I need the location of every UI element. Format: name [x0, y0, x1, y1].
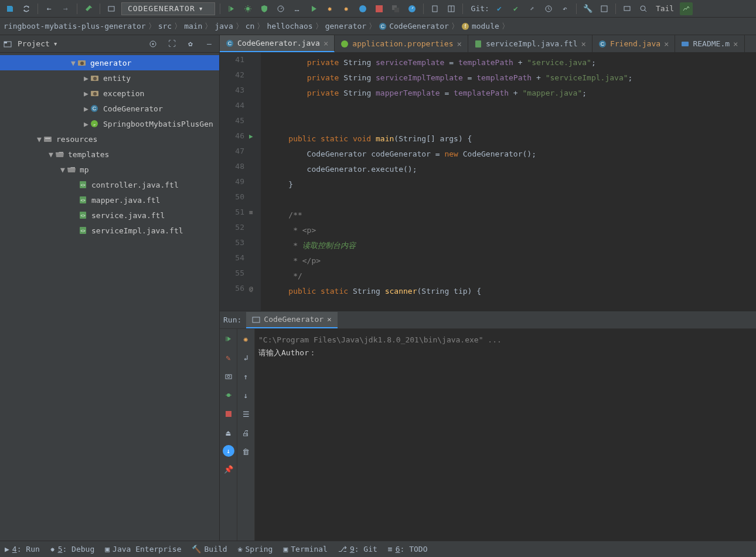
crumb[interactable]: ringboot-mybatis-plus-generator — [4, 22, 146, 30]
stop-all-icon[interactable] — [389, 2, 402, 15]
wrench-icon[interactable]: 🔧 — [581, 2, 594, 15]
tree-item[interactable]: ▼mp — [0, 162, 219, 177]
forward-icon[interactable]: → — [59, 2, 72, 15]
git-compare-icon[interactable]: ⬈ — [526, 2, 539, 15]
run-config-selector[interactable]: CODEGENERATOR ▾ — [121, 2, 215, 15]
soft-wrap-icon[interactable]: ↲ — [240, 351, 253, 364]
close-icon[interactable]: × — [733, 39, 738, 49]
crumb[interactable]: hellochaos — [267, 22, 312, 30]
run-icon[interactable] — [307, 2, 320, 15]
bottom-bar-item-debug[interactable]: ✸5: Debug — [50, 545, 94, 553]
sync-icon[interactable] — [20, 2, 33, 15]
editor-tab[interactable]: application.properties× — [335, 35, 468, 52]
layout-icon[interactable] — [445, 2, 458, 15]
crumb[interactable]: CodeGenerator — [389, 22, 449, 30]
tree-item[interactable]: ▶CCodeGenerator — [0, 101, 219, 116]
memory-icon[interactable] — [680, 2, 693, 15]
exit-icon[interactable]: ⏏ — [222, 426, 235, 439]
expand-arrow-icon[interactable]: ▼ — [59, 165, 67, 174]
expand-arrow-icon[interactable]: ▼ — [35, 135, 43, 144]
crumb[interactable]: module — [472, 22, 499, 30]
bottom-bar-item-todo[interactable]: ≡6: TODO — [388, 545, 428, 553]
pin-icon[interactable]: 📌 — [222, 463, 235, 476]
gauge-icon[interactable] — [406, 2, 418, 15]
expand-arrow-icon[interactable]: ▼ — [47, 150, 55, 159]
crumb[interactable]: java — [214, 22, 233, 30]
console-output[interactable]: "C:\Program Files\Java\jdk1.8.0_201\bin\… — [255, 329, 756, 541]
stack-icon[interactable]: ✺ — [240, 332, 253, 345]
git-commit-icon[interactable]: ✔ — [509, 2, 522, 15]
git-rollback-icon[interactable]: ↶ — [559, 2, 571, 15]
expand-arrow-icon[interactable]: ▶ — [82, 120, 90, 128]
bottom-bar-item-git[interactable]: ⎇9: Git — [338, 545, 377, 553]
print-icon[interactable]: 🖨 — [240, 426, 253, 439]
tree-item[interactable]: <>serviceImpl.java.ftl — [0, 223, 219, 238]
search-icon[interactable] — [637, 2, 650, 15]
code-area[interactable]: private String serviceTemplate = templat… — [261, 53, 756, 311]
download-icon[interactable]: ↓ — [223, 445, 234, 457]
hammer-icon[interactable] — [82, 2, 95, 15]
run-tab[interactable]: CodeGenerator × — [246, 312, 338, 328]
crumb[interactable]: main — [184, 22, 202, 30]
bottom-bar-item-run[interactable]: ▶4: Run — [5, 545, 40, 553]
bottom-bar-item-build[interactable]: 🔨Build — [192, 545, 227, 553]
editor-tab[interactable]: serviceImpl.java.ftl× — [468, 35, 592, 52]
save-icon[interactable] — [4, 2, 16, 15]
close-icon[interactable]: × — [323, 39, 328, 48]
editor-tab[interactable]: CFriend.java× — [592, 35, 676, 52]
crumb[interactable]: cn — [246, 22, 255, 30]
filter-icon[interactable]: ☰ — [240, 407, 253, 420]
tree-item[interactable]: <>mapper.java.ftl — [0, 192, 219, 208]
sidebar-title[interactable]: Project — [18, 39, 50, 48]
scroll-up-icon[interactable]: ↑ — [240, 370, 253, 383]
bottom-bar-item-terminal[interactable]: ▣Terminal — [283, 545, 327, 553]
git-update-icon[interactable]: ✔ — [493, 2, 506, 15]
more-run-icon[interactable]: … — [291, 2, 304, 15]
tree-item[interactable]: ▶entity — [0, 70, 219, 86]
bottom-bar-item-java-enterprise[interactable]: ▣Java Enterprise — [105, 545, 181, 553]
editor-tab[interactable]: README.m× — [675, 35, 744, 52]
close-icon[interactable]: × — [327, 315, 332, 324]
expand-arrow-icon[interactable]: ▼ — [69, 59, 77, 67]
git-history-icon[interactable] — [542, 2, 555, 15]
web-icon[interactable] — [356, 2, 369, 15]
bottom-bar-item-spring[interactable]: ❀Spring — [238, 545, 273, 553]
ide-settings-icon[interactable] — [598, 2, 611, 15]
run-target-icon[interactable] — [105, 2, 118, 15]
tree-item[interactable]: <>service.java.ftl — [0, 208, 219, 223]
gear-icon[interactable]: ✿ — [184, 38, 197, 50]
rerun-icon[interactable] — [225, 2, 238, 15]
camera-icon[interactable] — [222, 370, 235, 383]
close-icon[interactable]: × — [581, 39, 586, 49]
tree-item[interactable]: ▼generator — [0, 55, 219, 70]
crumb[interactable]: src — [158, 22, 172, 30]
locate-icon[interactable] — [147, 38, 159, 50]
bug-gear-icon[interactable]: ✹ — [340, 2, 353, 15]
run-gutter-icon[interactable]: ▶ — [249, 133, 253, 140]
close-icon[interactable]: × — [664, 39, 669, 49]
presentation-icon[interactable] — [621, 2, 634, 15]
debug-attach-icon[interactable] — [222, 389, 235, 402]
editor-tab[interactable]: CCodeGenerator.java× — [220, 35, 335, 52]
rerun-icon[interactable] — [222, 332, 235, 345]
scroll-down-icon[interactable]: ↓ — [240, 389, 253, 402]
hide-icon[interactable]: — — [203, 38, 216, 50]
tree-item[interactable]: ▶SpringbootMybatisPlusGen — [0, 116, 219, 131]
code-editor[interactable]: 41424344454647484950515253545556 ▶≡@ pri… — [220, 53, 756, 311]
close-icon[interactable]: × — [457, 39, 462, 49]
trash-icon[interactable]: 🗑 — [240, 445, 253, 458]
edit-icon[interactable]: ✎ — [222, 351, 235, 364]
stop-icon[interactable] — [373, 2, 386, 15]
tree-item[interactable]: ▼resources — [0, 131, 219, 147]
expand-all-icon[interactable]: ⛶ — [165, 38, 178, 50]
back-icon[interactable]: ← — [43, 2, 56, 15]
tree-item[interactable]: ▶exception — [0, 86, 219, 101]
tree-item[interactable]: ▼templates — [0, 147, 219, 162]
coverage-icon[interactable] — [258, 2, 271, 15]
attach-icon[interactable] — [428, 2, 441, 15]
stop-icon[interactable] — [222, 407, 235, 420]
crumb[interactable]: generator — [325, 22, 366, 30]
debug-icon[interactable] — [241, 2, 254, 15]
profiler-icon[interactable] — [274, 2, 287, 15]
expand-arrow-icon[interactable]: ▶ — [82, 74, 90, 83]
